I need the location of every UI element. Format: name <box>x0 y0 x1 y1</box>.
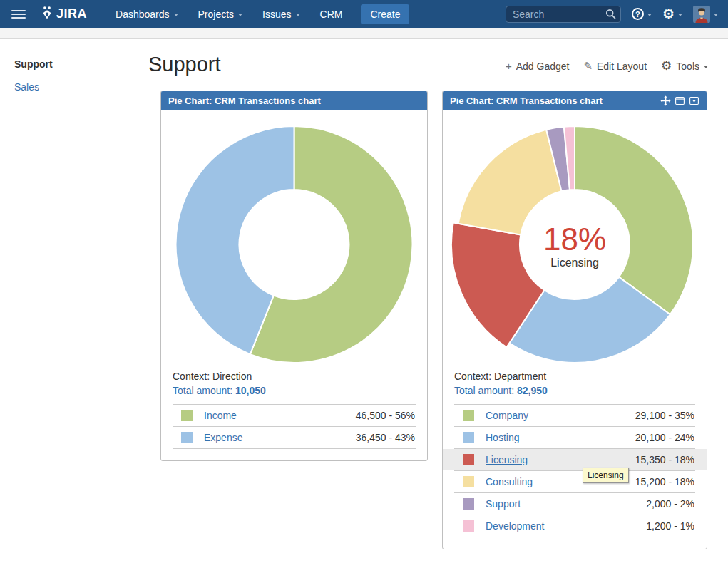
legend-value: 29,100 - 35% <box>635 410 694 421</box>
maximize-icon[interactable] <box>675 95 685 106</box>
legend-value: 20,100 - 24% <box>635 432 694 443</box>
pie-chart-gadget-department: Pie Chart: CRM Transactions chart 18%Lic… <box>442 91 707 549</box>
legend-value: 15,350 - 18% <box>635 454 694 465</box>
user-avatar <box>693 6 710 23</box>
legend-value: 2,000 - 2% <box>646 498 694 510</box>
move-icon[interactable] <box>660 95 671 106</box>
pencil-icon: ✎ <box>583 61 593 71</box>
legend-value: 1,200 - 1% <box>646 520 694 532</box>
total-amount-value: 82,950 <box>517 385 548 396</box>
legend-swatch <box>181 410 193 421</box>
jira-logo-icon <box>40 6 56 23</box>
gadget-title: Pie Chart: CRM Transactions chart <box>168 95 321 106</box>
chart-total: Total amount: 82,950 <box>454 383 695 398</box>
nav-item-projects[interactable]: Projects <box>188 9 253 20</box>
legend-label-link[interactable]: Hosting <box>486 432 519 443</box>
gadget-title: Pie Chart: CRM Transactions chart <box>450 95 603 106</box>
pie-slice-company[interactable] <box>575 126 693 314</box>
chevron-down-icon <box>714 14 718 16</box>
pie-slice-consulting[interactable] <box>458 130 562 235</box>
search-input[interactable] <box>506 6 621 23</box>
sidebar-item-support[interactable]: Support <box>14 58 133 70</box>
legend-row-support[interactable]: Support2,000 - 2% <box>443 493 707 515</box>
legend-row-company[interactable]: Company29,100 - 35% <box>443 405 707 426</box>
search-box <box>506 6 621 23</box>
chevron-down-icon <box>238 14 242 16</box>
chevron-down-icon <box>174 14 178 16</box>
sidebar-item-sales[interactable]: Sales <box>14 81 133 93</box>
legend-separator <box>173 448 416 449</box>
legend-value: 46,500 - 56% <box>356 410 415 421</box>
nav-item-crm[interactable]: CRM <box>310 9 353 20</box>
tools-menu-button[interactable]: ⚙ Tools <box>661 60 708 72</box>
plus-icon: + <box>506 61 512 71</box>
header-divider-strip <box>0 28 728 39</box>
legend-separator <box>454 537 695 537</box>
legend-row-consulting[interactable]: Consulting15,200 - 18% <box>443 471 707 492</box>
legend-label-link[interactable]: Support <box>486 498 521 510</box>
total-amount-value: 10,050 <box>235 385 266 396</box>
top-navbar: JIRA Dashboards Projects Issues CRM Crea… <box>0 0 728 28</box>
nav-item-issues[interactable]: Issues <box>252 9 309 20</box>
search-icon[interactable] <box>605 9 616 22</box>
page-title: Support <box>148 53 221 76</box>
hamburger-menu-icon[interactable] <box>11 10 26 19</box>
gadget-menu-dropdown-icon[interactable] <box>689 95 699 106</box>
donut-chart-direction <box>161 110 427 364</box>
center-slice-name-label: Licensing <box>550 257 599 269</box>
legend-swatch <box>181 432 193 443</box>
help-icon: ? <box>632 8 644 20</box>
legend-swatch <box>463 498 474 510</box>
legend-row-hosting[interactable]: Hosting20,100 - 24% <box>443 427 707 448</box>
legend-row-income[interactable]: Income46,500 - 56% <box>161 405 427 426</box>
legend-swatch <box>463 520 474 532</box>
legend-swatch <box>463 410 474 421</box>
legend-row-licensing[interactable]: Licensing15,350 - 18% <box>443 449 707 470</box>
legend-row-development[interactable]: Development1,200 - 1% <box>443 515 707 537</box>
legend-row-expense[interactable]: Expense36,450 - 43% <box>161 427 427 448</box>
legend-value: 36,450 - 43% <box>356 432 415 443</box>
licensing-tooltip: Licensing <box>583 468 629 483</box>
jira-logo[interactable]: JIRA <box>40 6 87 23</box>
legend-value: 15,200 - 18% <box>635 476 694 487</box>
legend-label-link[interactable]: Company <box>486 410 528 421</box>
gear-icon: ⚙ <box>662 7 675 21</box>
chevron-down-icon <box>647 14 652 16</box>
add-gadget-button[interactable]: + Add Gadget <box>506 61 570 72</box>
donut-chart-department: 18%Licensing <box>443 110 707 364</box>
chart-legend: Income46,500 - 56%Expense36,450 - 43% <box>161 404 427 460</box>
chart-legend: Company29,100 - 35%Hosting20,100 - 24%Li… <box>443 404 707 549</box>
gadget-header[interactable]: Pie Chart: CRM Transactions chart <box>161 91 427 110</box>
jira-logo-text: JIRA <box>56 6 87 21</box>
legend-swatch <box>463 454 474 465</box>
create-button[interactable]: Create <box>361 4 409 24</box>
legend-label-link[interactable]: Consulting <box>486 476 533 487</box>
legend-label-link[interactable]: Licensing <box>486 454 528 465</box>
main-menu: Dashboards Projects Issues CRM <box>106 9 352 20</box>
chevron-down-icon <box>296 14 300 16</box>
gear-icon: ⚙ <box>661 60 672 72</box>
user-profile-menu[interactable] <box>693 6 718 23</box>
chevron-down-icon <box>704 66 708 68</box>
dashboard-sidebar: Support Sales <box>0 40 133 563</box>
pie-chart-gadget-direction: Pie Chart: CRM Transactions chart Contex… <box>160 91 428 461</box>
legend-label-link[interactable]: Expense <box>204 432 242 443</box>
legend-label-link[interactable]: Development <box>486 520 545 532</box>
navbar-right: ? ⚙ <box>506 6 718 23</box>
chart-context: Context: Direction <box>173 369 416 383</box>
nav-item-dashboards[interactable]: Dashboards <box>106 9 188 20</box>
gadget-header[interactable]: Pie Chart: CRM Transactions chart <box>443 91 707 110</box>
chart-total: Total amount: 10,050 <box>173 383 416 398</box>
legend-label-link[interactable]: Income <box>204 410 237 421</box>
chevron-down-icon <box>678 14 682 16</box>
edit-layout-button[interactable]: ✎ Edit Layout <box>583 61 647 72</box>
legend-swatch <box>463 432 474 443</box>
center-percent-label: 18% <box>543 222 606 257</box>
legend-swatch <box>463 476 474 487</box>
chart-context: Context: Department <box>454 369 695 383</box>
help-menu[interactable]: ? <box>632 8 652 20</box>
dashboard-toolbar: + Add Gadget ✎ Edit Layout ⚙ Tools <box>506 60 708 72</box>
admin-settings-menu[interactable]: ⚙ <box>662 7 682 21</box>
